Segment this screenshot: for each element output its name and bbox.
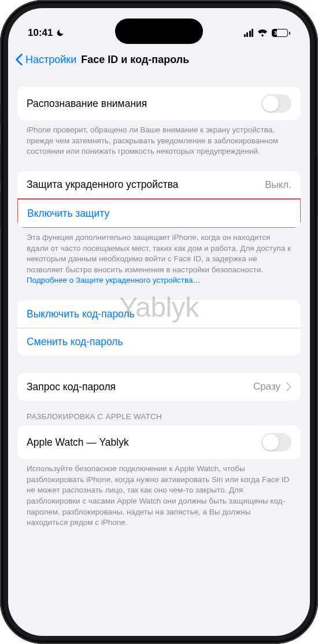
page-title: Face ID и код-пароль — [81, 54, 189, 66]
apple-watch-label: Apple Watch — Yablyk — [27, 436, 129, 449]
require-passcode-group: Запрос код-пароля Сразу — [17, 373, 301, 401]
disable-passcode-button[interactable]: Выключить код-пароль — [17, 300, 301, 328]
change-passcode-label: Сменить код-пароль — [27, 336, 123, 348]
battery-indicator: 31 — [272, 29, 290, 37]
stolen-device-row[interactable]: Защита украденного устройства Выкл. — [17, 171, 301, 199]
enable-protection-label: Включить защиту — [27, 208, 109, 220]
change-passcode-button[interactable]: Сменить код-пароль — [17, 328, 301, 356]
require-passcode-value: Сразу — [253, 381, 280, 393]
attention-group: Распознавание внимания — [17, 87, 301, 120]
chevron-left-icon — [15, 53, 23, 66]
attention-detection-row[interactable]: Распознавание внимания — [17, 87, 301, 120]
attention-toggle[interactable] — [261, 94, 291, 113]
nav-header: Настройки Face ID и код-пароль — [8, 45, 310, 74]
stolen-footer-text: Эта функция дополнительно защищает iPhon… — [27, 233, 291, 274]
back-label: Настройки — [25, 54, 76, 66]
dynamic-island — [115, 18, 203, 44]
disable-passcode-label: Выключить код-пароль — [27, 308, 135, 320]
apple-watch-footer: Используйте безопасное подключение к App… — [17, 459, 301, 531]
stolen-device-label: Защита украденного устройства — [27, 179, 179, 191]
passcode-group: Выключить код-пароль Сменить код-пароль — [17, 300, 301, 356]
attention-footer: iPhone проверит, обращено ли Ваше вниман… — [17, 120, 301, 160]
apple-watch-section-header: РАЗБЛОКИРОВКА С APPLE WATCH — [17, 401, 301, 425]
silence-switch — [0, 104, 1, 125]
highlight-box: Включить защиту — [17, 198, 301, 228]
battery-level: 31 — [274, 30, 280, 36]
apple-watch-group: Apple Watch — Yablyk — [17, 425, 301, 459]
apple-watch-toggle[interactable] — [261, 433, 291, 451]
learn-more-link[interactable]: Подробнее о Защите украденного устройств… — [27, 276, 201, 284]
require-passcode-row[interactable]: Запрос код-пароля Сразу — [17, 373, 301, 401]
cellular-signal-icon — [244, 29, 254, 37]
chevron-right-icon — [286, 382, 291, 391]
back-button[interactable]: Настройки — [15, 53, 76, 66]
do-not-disturb-icon — [56, 29, 64, 37]
device-frame: 10:41 31 — [0, 0, 318, 644]
apple-watch-row[interactable]: Apple Watch — Yablyk — [17, 425, 301, 459]
wifi-icon — [257, 29, 268, 37]
volume-down — [0, 191, 1, 229]
volume-up — [0, 145, 1, 183]
stolen-device-value: Выкл. — [265, 179, 291, 191]
screen: 10:41 31 — [8, 8, 310, 636]
stolen-device-footer: Эта функция дополнительно защищает iPhon… — [17, 228, 301, 288]
stolen-device-group: Защита украденного устройства Выкл. Вклю… — [17, 171, 301, 228]
status-time: 10:41 — [28, 27, 53, 39]
content: Распознавание внимания iPhone проверит, … — [8, 74, 310, 542]
attention-label: Распознавание внимания — [27, 98, 147, 110]
require-passcode-label: Запрос код-пароля — [27, 381, 116, 393]
enable-protection-button[interactable]: Включить защиту — [18, 199, 300, 227]
